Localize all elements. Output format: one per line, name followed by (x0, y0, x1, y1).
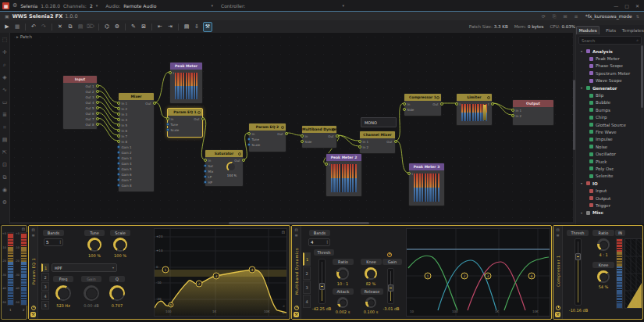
wrench-icon[interactable]: ⚒ (30, 312, 35, 317)
node-peak-meter-1[interactable]: Peak MeterIn (169, 62, 203, 104)
port-tune[interactable]: Tune (166, 123, 178, 127)
separator[interactable] (125, 23, 126, 30)
wrench-icon[interactable]: ⚒ (555, 312, 560, 317)
band-tab[interactable]: 2 (303, 267, 311, 280)
detach-icon[interactable]: ⊡ (282, 230, 285, 234)
port-dot-icon[interactable] (96, 90, 99, 93)
gain-knob[interactable] (84, 285, 99, 301)
audition-icon[interactable]: ∿ (282, 310, 285, 315)
port-dot-icon[interactable] (117, 134, 120, 138)
port-in-2[interactable]: In 2 (358, 145, 369, 149)
port-dot-icon[interactable] (117, 173, 120, 176)
band-row[interactable]: 3 (41, 282, 49, 291)
panel-tool-icon[interactable]: ▤ (2, 137, 8, 144)
freq-knob[interactable] (55, 285, 71, 301)
port-dot-icon[interactable] (204, 164, 207, 167)
port-dot-icon[interactable] (201, 117, 205, 120)
clear-button[interactable]: ⊠ (140, 23, 148, 31)
port-dot-icon[interactable] (204, 175, 207, 178)
sidebar-tab[interactable]: Templates (622, 26, 644, 34)
collapse-triangle-icon[interactable]: ▾ (581, 49, 584, 53)
comment-box[interactable]: MONO (361, 117, 397, 127)
port-dot-icon[interactable] (117, 162, 120, 165)
port-dot-icon[interactable] (96, 95, 99, 98)
port-dot-icon[interactable] (247, 138, 251, 141)
port-gain-3[interactable]: Gain 3 (117, 156, 132, 160)
port-gain-2[interactable]: Gain 2 (117, 151, 132, 155)
amount-knob[interactable] (226, 162, 237, 172)
module-tree-row[interactable]: ▾ Blip (576, 91, 644, 98)
collapse-triangle-icon[interactable]: ▾ (581, 211, 584, 215)
port-out-7[interactable]: Out 7 (85, 117, 98, 121)
power-icon[interactable] (31, 306, 36, 310)
file-button[interactable]: ▤ (183, 23, 190, 31)
redo-button[interactable]: ↷ (40, 23, 48, 31)
module-tree-row[interactable]: ▾ Fire Wave (576, 128, 644, 135)
module-tree-row[interactable]: ▾ Pluck (576, 158, 644, 165)
eq-graph[interactable]: 1 2 3 4 5 +20 +10 0 -10 -20 100 1K 10K ⊡… (154, 228, 287, 317)
port-tune[interactable]: Tune (247, 138, 259, 141)
port-dot-icon[interactable] (204, 159, 207, 162)
port-dot-icon[interactable] (394, 140, 397, 143)
port-out[interactable]: Out (328, 134, 338, 138)
duplicate-tool-icon[interactable]: ⧉ (3, 174, 7, 181)
preset-stepper[interactable]: ⇅ (636, 14, 639, 19)
port-gain-7[interactable]: Gain 7 (117, 178, 132, 182)
port-out[interactable]: Out (386, 140, 397, 144)
port-dot-icon[interactable] (403, 102, 406, 106)
expand-icon[interactable]: ⊡ (22, 227, 25, 231)
module-tree-row[interactable]: ▾ Wave Scope (576, 77, 644, 84)
module-tree-row[interactable]: ▾ Bubble (576, 99, 644, 106)
port-dot-icon[interactable] (247, 132, 251, 135)
port-hp[interactable]: HP (204, 181, 212, 184)
port-dot-icon[interactable] (204, 170, 207, 173)
reload-icon[interactable]: ⟳ (542, 13, 546, 19)
band-tab[interactable]: 1 (303, 252, 311, 266)
port-dot-icon[interactable] (301, 140, 304, 143)
module-tree-row[interactable]: ▾ Misc (576, 209, 644, 216)
port-dot-icon[interactable] (336, 134, 339, 138)
port-in-7[interactable]: In 7 (117, 134, 128, 138)
port-out-5[interactable]: Out 5 (85, 106, 98, 110)
port-out-4[interactable]: Out 4 (85, 101, 98, 105)
port-dot-icon[interactable] (247, 143, 251, 146)
port-in[interactable]: In (204, 159, 212, 163)
port-dot-icon[interactable] (358, 140, 361, 143)
port-dot-icon[interactable] (169, 71, 172, 74)
port-scale[interactable]: Scale (166, 128, 180, 132)
module-tree-row[interactable]: ▾ Input (576, 187, 644, 194)
close-button[interactable]: ✕ (635, 3, 639, 9)
canvas-hscrollbar[interactable] (10, 222, 575, 224)
port-in-2[interactable]: In 2 (117, 107, 128, 111)
canvas-vscrollbar[interactable] (573, 33, 575, 224)
port-lp[interactable]: LP (204, 175, 212, 179)
bypass-toggle[interactable] (436, 96, 439, 99)
module-tree-row[interactable]: ▾ Peak Meter (576, 55, 644, 62)
node-multiband[interactable]: Multiband DynamicsInSideOut (301, 125, 337, 148)
module-tree-row[interactable]: ▾ Analysis (576, 48, 644, 55)
port-in-1[interactable]: In 1 (358, 140, 369, 144)
port-gain-8[interactable]: Gain 8 (117, 184, 132, 188)
module-tree-row[interactable]: ▾ Chirp (576, 114, 644, 121)
preset-name[interactable]: *fx_kurosawa_mode (585, 13, 632, 19)
bypass-toggle[interactable] (281, 126, 284, 129)
view-tool-icon[interactable]: ◉ (2, 187, 7, 194)
port-in-4[interactable]: In 4 (117, 118, 128, 122)
sidebar-tab[interactable]: Plots (600, 26, 621, 34)
maximize-button[interactable]: ▢ (624, 3, 629, 9)
port-dot-icon[interactable] (358, 145, 361, 148)
port-dot-icon[interactable] (440, 102, 443, 106)
module-tree-row[interactable]: ▾ IO (576, 180, 644, 187)
node-param-eq-2[interactable]: Param EQ 2InTuneScaleOut (248, 123, 286, 152)
port-dot-icon[interactable] (403, 108, 406, 111)
strip-menu-icon[interactable]: ≡ (556, 233, 559, 238)
port-dot-icon[interactable] (117, 113, 120, 116)
module-tree-row[interactable]: ▾ Output (576, 195, 644, 202)
node-input[interactable]: InputOut 1Out 2Out 3Out 4Out 5Out 6Out 7… (62, 75, 98, 130)
multiband-panel[interactable]: ⊡ ≡ Multiband Dynamics ⚒ Bands 4 ▴▾ 1 2 … (291, 225, 552, 320)
separator[interactable] (25, 23, 26, 30)
align-left-button[interactable]: ⇤ (156, 23, 164, 31)
zoom-icon[interactable]: ⌕ (283, 303, 285, 309)
port-in[interactable]: In (301, 134, 308, 138)
port-dot-icon[interactable] (96, 106, 99, 109)
